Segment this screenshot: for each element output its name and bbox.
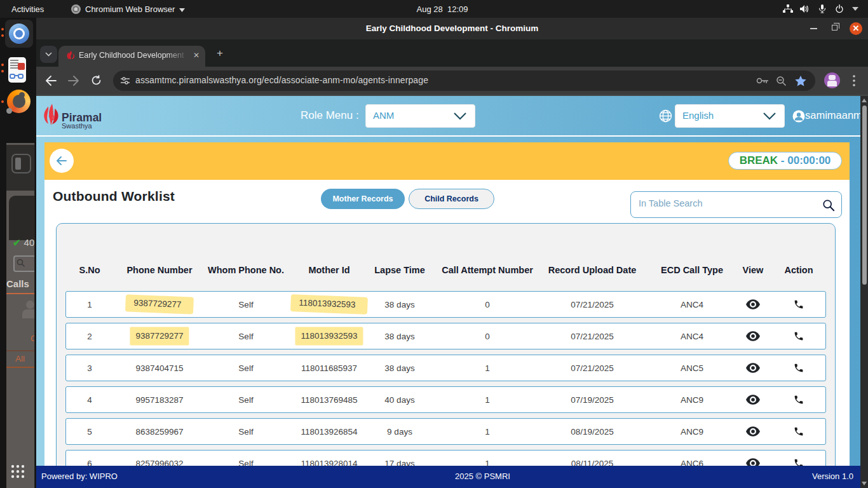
side-all-underline — [6, 367, 35, 368]
cell-sno: 5 — [87, 427, 92, 437]
dock-document-icon[interactable] — [8, 57, 26, 83]
footer-right: Version 1.0 — [812, 471, 853, 481]
cell-phone: 9957183287 — [135, 395, 183, 405]
call-phone-icon[interactable] — [794, 395, 804, 405]
mother-records-tab[interactable]: Mother Records — [321, 189, 405, 209]
col-header-upload_date: Record Upload Date — [548, 265, 637, 275]
call-phone-icon[interactable] — [794, 299, 804, 310]
side-search-icon — [17, 259, 25, 268]
doc-icon-glasses-right — [18, 74, 24, 79]
tab-search-button[interactable] — [40, 46, 57, 63]
search-icon[interactable] — [822, 199, 835, 212]
break-timer: 00:00:00 — [787, 154, 831, 166]
back-button[interactable] — [45, 76, 57, 86]
url-text: assamtmc.piramalswasthya.org/ecd/associa… — [135, 75, 428, 85]
dock-firefox-icon[interactable] — [5, 88, 33, 116]
sidebar-toggle-pane — [15, 158, 21, 170]
site-info-icon[interactable] — [120, 76, 130, 86]
view-eye-icon[interactable] — [746, 395, 760, 405]
power-icon — [835, 0, 844, 18]
cell-upload_date: 07/19/2025 — [571, 395, 614, 405]
avatar-face — [829, 75, 836, 80]
cell-attempts: 1 — [485, 395, 490, 405]
side-calls-tab[interactable]: Calls — [6, 278, 29, 289]
view-eye-icon[interactable] — [746, 331, 760, 341]
scrollbar-up-arrow-icon[interactable] — [862, 98, 867, 102]
break-label: BREAK — [740, 154, 778, 166]
url-bar[interactable]: assamtmc.piramalswasthya.org/ecd/associa… — [113, 71, 815, 91]
header-divider — [36, 135, 860, 137]
back-arrow-icon — [56, 156, 67, 166]
dock-running-dot — [1, 70, 4, 72]
browser-toolbar: assamtmc.piramalswasthya.org/ecd/associa… — [36, 67, 868, 95]
scrollbar-thumb[interactable] — [862, 105, 867, 285]
user-icon — [792, 110, 805, 123]
view-eye-icon[interactable] — [746, 299, 760, 309]
cell-lapse: 38 days — [384, 363, 414, 373]
network-icon — [783, 0, 793, 18]
cell-lapse: 38 days — [384, 332, 414, 341]
firefox-icon-dot — [6, 108, 12, 114]
cell-mother_id: 118013932593 — [295, 327, 363, 346]
table-row-3: 39387404715Self11801168593738 days107/21… — [65, 355, 826, 381]
break-button[interactable]: BREAK - 00:00:00 — [728, 152, 842, 170]
view-eye-icon[interactable] — [746, 363, 760, 373]
browser-tab[interactable]: Early Childhood Development ✕ — [58, 46, 205, 67]
browser-scrollbar[interactable] — [860, 96, 868, 488]
profile-avatar[interactable] — [824, 72, 840, 88]
main-content: Outbound Worklist Mother Records Child R… — [44, 180, 850, 488]
scrollbar-down-arrow-icon[interactable] — [862, 482, 867, 485]
side-divider — [6, 350, 35, 351]
contact-avatar-head — [26, 301, 34, 309]
system-menu-caret-icon[interactable] — [852, 0, 858, 18]
cell-upload_date: 07/21/2025 — [571, 300, 614, 309]
new-tab-button[interactable]: + — [217, 47, 223, 60]
table-search — [630, 191, 842, 218]
globe-icon — [659, 109, 672, 123]
table-row-1: 19387729277Self11801393259338 days007/21… — [65, 291, 826, 318]
side-all-tab[interactable]: All — [15, 354, 25, 363]
tab-close-icon[interactable]: ✕ — [193, 51, 200, 60]
back-button-page[interactable] — [50, 149, 74, 173]
bookmark-star-icon[interactable] — [795, 76, 806, 86]
cell-attempts: 1 — [485, 363, 490, 373]
child-records-tab[interactable]: Child Records — [409, 189, 494, 209]
clock[interactable]: Aug 28 12:09 — [8, 0, 868, 18]
call-phone-icon[interactable] — [794, 331, 804, 342]
table-search-input[interactable] — [639, 198, 810, 208]
role-select[interactable]: ANM — [365, 104, 475, 128]
action-bar: BREAK - 00:00:00 — [44, 142, 850, 180]
dock-running-dot — [1, 34, 4, 37]
minimize-button[interactable] — [810, 28, 817, 29]
zoom-icon[interactable] — [776, 76, 787, 86]
cell-mother_id: 118013926854 — [301, 427, 357, 437]
dock-running-dot — [1, 64, 4, 66]
close-button[interactable]: ✕ — [850, 22, 862, 35]
col-header-attempts: Call Attempt Number — [442, 265, 533, 275]
cell-upload_date: 08/19/2025 — [571, 427, 614, 437]
browser-menu-icon[interactable] — [853, 75, 855, 86]
dock-chromium-icon[interactable] — [5, 20, 33, 48]
doc-icon-glasses-left — [10, 74, 15, 79]
sidebar-toggle-icon[interactable] — [11, 154, 31, 173]
screen: Activities Chromium Web Browser Aug 28 1… — [0, 0, 868, 488]
side-search-input[interactable] — [13, 255, 35, 272]
avatar-body — [827, 81, 837, 86]
view-eye-icon[interactable] — [746, 426, 760, 437]
cell-upload_date: 07/21/2025 — [571, 363, 614, 373]
reload-button[interactable] — [91, 75, 102, 86]
background-app-window: ✔40 Calls C All — [6, 143, 35, 488]
cell-whom: Self — [238, 363, 253, 373]
language-select[interactable]: English — [675, 104, 785, 128]
side-partial-tab: C — [31, 334, 35, 343]
page-viewport: Piramal Swasthya Role Menu : ANM English… — [36, 96, 860, 488]
maximize-button[interactable] — [832, 25, 837, 30]
window-titlebar[interactable]: Early Childhood Development - Chromium ✕ — [36, 18, 868, 39]
show-apps-button[interactable] — [10, 464, 25, 479]
password-key-icon[interactable] — [756, 77, 769, 85]
forward-button[interactable] — [68, 76, 79, 86]
username[interactable]: samimaanm — [805, 109, 862, 121]
call-phone-icon[interactable] — [794, 426, 804, 437]
table-row-4: 49957183287Self11801376948540 days107/19… — [65, 386, 826, 413]
call-phone-icon[interactable] — [794, 363, 804, 374]
